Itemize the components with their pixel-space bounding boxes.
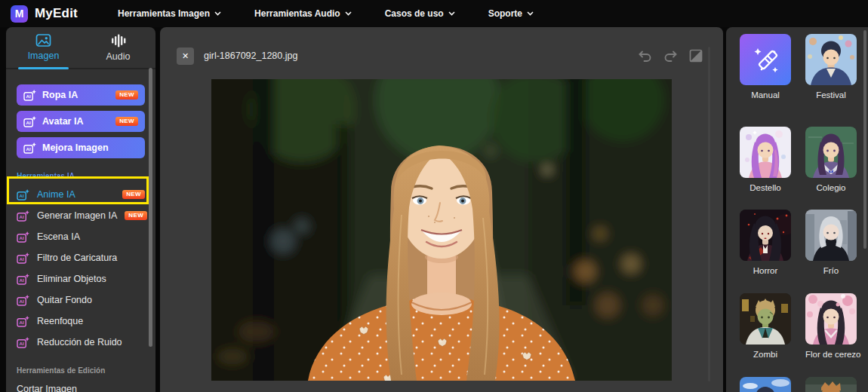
tab-imagen[interactable]: Imagen: [6, 27, 81, 68]
anime-styles-panel: Manual Festival: [726, 27, 868, 392]
menu-casos-de-uso[interactable]: Casos de uso: [385, 8, 455, 19]
destello-art: [740, 127, 791, 178]
sidebar-item-generar-imagen-ia[interactable]: AI Generar Imagen IA NEW: [6, 205, 155, 226]
sidebar-item-reduccion-de-ruido[interactable]: AI Reducción de Ruido: [6, 332, 155, 353]
myedit-logo-icon: M: [11, 5, 28, 23]
close-image-button[interactable]: ✕: [177, 47, 194, 65]
menu-herramientas-audio[interactable]: Herramientas Audio: [254, 8, 352, 19]
svg-text:AI: AI: [20, 235, 24, 240]
sidebar-item-cortar-imagen[interactable]: Cortar Imagen: [6, 378, 155, 392]
sidebar-item-ropa-ia[interactable]: AI Ropa IA NEW: [17, 84, 145, 106]
preset-flor-de-cerezo[interactable]: Flor de cerezo: [805, 293, 857, 359]
sidebar-item-escena-ia[interactable]: AI Escena IA: [6, 226, 155, 247]
magic-wand-icon: [740, 34, 791, 85]
tool-label: Escena IA: [37, 231, 80, 242]
zombi-art: [740, 293, 791, 345]
main-menu: Herramientas Imagen Herramientas Audio C…: [118, 8, 534, 19]
ai-sparkle-icon: AI: [17, 231, 29, 243]
preset-label: Colegio: [805, 183, 857, 192]
preset-thumbnail[interactable]: [740, 377, 791, 392]
new-badge: NEW: [122, 190, 145, 199]
preset-frio[interactable]: Frío: [805, 210, 857, 275]
preset-manual[interactable]: Manual: [740, 34, 791, 100]
preset-label: Flor de cerezo: [805, 350, 857, 359]
ai-sparkle-icon: AI: [17, 189, 29, 201]
ai-sparkle-icon: AI: [23, 90, 36, 101]
frio-art: [805, 210, 857, 261]
audio-waveform-icon: [111, 34, 126, 47]
preset-label: Festival: [805, 90, 857, 100]
sidebar-scrollbar[interactable]: [149, 68, 152, 347]
menu-label: Herramientas Audio: [254, 8, 340, 19]
svg-text:AI: AI: [20, 299, 24, 304]
undo-icon: [637, 48, 653, 63]
preset-thumbnail[interactable]: [740, 293, 791, 345]
preset-festival[interactable]: Festival: [805, 34, 857, 100]
loaded-photo: [211, 79, 672, 381]
sidebar-item-anime-ia[interactable]: AI Anime IA NEW: [6, 184, 155, 205]
promo-label: Ropa IA: [42, 90, 78, 100]
new-badge: NEW: [115, 117, 138, 126]
myedit-app: M MyEdit Herramientas Imagen Herramienta…: [0, 0, 868, 392]
sidebar-item-eliminar-objetos[interactable]: AI Eliminar Objetos: [6, 268, 155, 289]
ai-sparkle-icon: AI: [23, 116, 36, 127]
ai-sparkle-icon: AI: [17, 274, 29, 285]
tab-label: Imagen: [28, 51, 60, 61]
svg-text:AI: AI: [20, 341, 24, 346]
preset-thumbnail[interactable]: [805, 127, 857, 178]
preset-thumbnail[interactable]: [740, 127, 791, 178]
svg-text:AI: AI: [20, 214, 24, 219]
undo-button[interactable]: [637, 48, 653, 63]
sidebar-item-quitar-fondo[interactable]: AI Quitar Fondo: [6, 289, 155, 311]
chevron-down-icon: [448, 11, 455, 16]
menu-soporte[interactable]: Soporte: [488, 8, 534, 19]
compare-before-after-button[interactable]: [688, 48, 703, 63]
preset-thumbnail[interactable]: [805, 34, 857, 85]
menu-label: Casos de uso: [385, 8, 444, 19]
menu-herramientas-imagen[interactable]: Herramientas Imagen: [118, 8, 221, 19]
redo-icon: [663, 48, 679, 63]
redo-button[interactable]: [663, 48, 679, 63]
preset-label: Horror: [740, 266, 791, 275]
image-filename: girl-1867092_1280.jpg: [204, 51, 297, 61]
preset-destello[interactable]: Destello: [740, 127, 791, 192]
tab-audio[interactable]: Audio: [81, 27, 155, 68]
menu-label: Herramientas Imagen: [118, 8, 210, 19]
tool-label: Eliminar Objetos: [37, 274, 106, 284]
preset-tile-partial[interactable]: [805, 377, 857, 392]
canvas-scrollbar[interactable]: [708, 47, 710, 381]
preset-colegio[interactable]: Colegio: [805, 127, 857, 192]
tool-label: Reducción de Ruido: [37, 337, 122, 348]
tool-label: Cortar Imagen: [17, 384, 77, 392]
svg-text:AI: AI: [20, 256, 24, 262]
svg-text:AI: AI: [26, 146, 31, 152]
preset-thumbnail[interactable]: [740, 34, 791, 85]
chevron-down-icon: [345, 11, 352, 16]
preset-thumbnail[interactable]: [805, 210, 857, 261]
sidebar-item-filtro-de-caricatura[interactable]: AI Filtro de Caricatura: [6, 247, 155, 268]
tool-label: Filtro de Caricatura: [37, 253, 117, 263]
tool-label: Anime IA: [37, 189, 75, 200]
new-badge: NEW: [115, 90, 138, 100]
brand-link[interactable]: M MyEdit: [0, 5, 107, 23]
tab-label: Audio: [106, 51, 131, 62]
colegio-art: [805, 127, 857, 178]
preset-tile-partial[interactable]: [740, 377, 791, 392]
preset-thumbnail[interactable]: [805, 377, 857, 392]
svg-text:AI: AI: [26, 93, 31, 99]
sidebar-item-avatar-ia[interactable]: AI Avatar IA NEW: [17, 111, 145, 132]
sidebar-item-mejora-imagen[interactable]: AI Mejora Imagen: [17, 137, 145, 158]
preset-zombi[interactable]: Zombi: [740, 293, 791, 359]
sidebar-item-reenfoque[interactable]: AI Reenfoque: [6, 311, 155, 332]
preset-horror[interactable]: Horror: [740, 210, 791, 275]
horror-art: [740, 210, 791, 261]
preset-thumbnail[interactable]: [805, 293, 857, 345]
presets-scrollbar[interactable]: [863, 30, 866, 249]
new-badge: NEW: [125, 211, 147, 220]
preset-label: Manual: [740, 90, 791, 100]
chevron-down-icon: [527, 11, 534, 16]
canvas-actions: [637, 48, 703, 63]
section-title-herramientas-ia: Herramientas IA: [17, 172, 145, 181]
tool-label: Generar Imagen IA: [37, 210, 117, 221]
preset-thumbnail[interactable]: [740, 210, 791, 261]
